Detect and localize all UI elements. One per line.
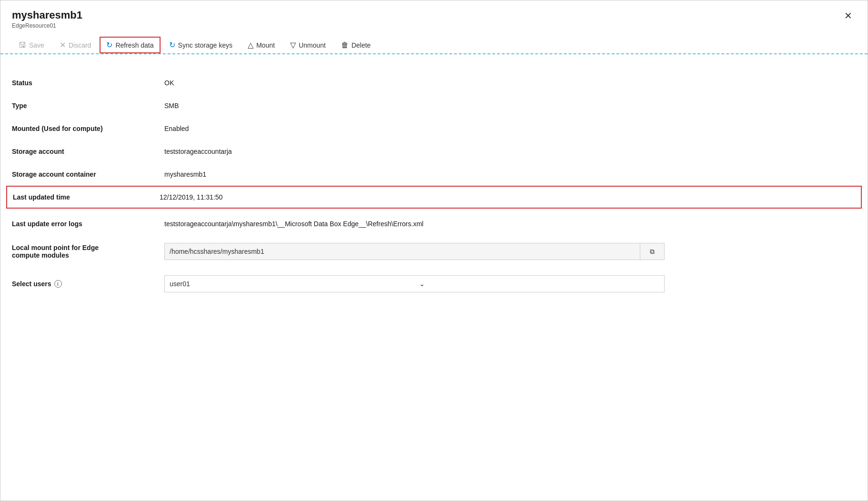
title-block: mysharesmb1 EdgeResource01 <box>12 9 82 29</box>
status-row: Status OK <box>12 71 856 94</box>
error-logs-label: Last update error logs <box>12 220 164 228</box>
storage-container-label: Storage account container <box>12 170 164 178</box>
copy-icon: ⧉ <box>645 248 659 256</box>
title-bar: mysharesmb1 EdgeResource01 ✕ <box>0 0 868 33</box>
select-users-row: Select users i user01 ⌄ <box>12 268 856 300</box>
type-row: Type SMB <box>12 94 856 117</box>
discard-button[interactable]: ✕ Discard <box>53 37 98 53</box>
refresh-icon: ↻ <box>106 40 112 50</box>
save-label: Save <box>29 41 44 49</box>
storage-account-label: Storage account <box>12 148 164 155</box>
mount-point-value: /home/hcsshares/mysharesmb1 <box>165 248 640 255</box>
sync-icon: ↻ <box>169 40 175 50</box>
last-updated-value: 12/12/2019, 11:31:50 <box>160 193 222 201</box>
sync-label: Sync storage keys <box>178 41 232 49</box>
status-label: Status <box>12 79 164 87</box>
main-window: mysharesmb1 EdgeResource01 ✕ 🖫 Save ✕ Di… <box>0 0 868 501</box>
delete-icon: 🗑 <box>341 41 349 50</box>
refresh-label: Refresh data <box>115 41 153 49</box>
save-icon: 🖫 <box>19 41 26 50</box>
select-users-value: user01 <box>165 280 414 288</box>
error-logs-row: Last update error logs teststorageaccoun… <box>12 212 856 235</box>
type-label: Type <box>12 102 164 110</box>
select-users-text: Select users <box>12 280 51 288</box>
last-updated-row: Last updated time 12/12/2019, 11:31:50 <box>6 186 862 209</box>
mount-point-input: /home/hcsshares/mysharesmb1 ⧉ <box>164 243 665 260</box>
mount-icon: △ <box>248 40 253 50</box>
mounted-value: Enabled <box>164 125 189 132</box>
mount-button[interactable]: △ Mount <box>241 37 282 53</box>
mount-point-label: Local mount point for Edgecompute module… <box>12 244 164 259</box>
window-subtitle: EdgeResource01 <box>12 22 82 29</box>
unmount-button[interactable]: ▽ Unmount <box>283 37 333 53</box>
save-button[interactable]: 🖫 Save <box>12 37 51 53</box>
delete-label: Delete <box>352 41 371 49</box>
discard-label: Discard <box>69 41 91 49</box>
error-logs-value: teststorageaccountarja\mysharesmb1\__Mic… <box>164 220 424 228</box>
sync-button[interactable]: ↻ Sync storage keys <box>162 37 239 53</box>
content-area: Status OK Type SMB Mounted (Used for com… <box>0 54 868 311</box>
storage-account-row: Storage account teststorageaccountarja <box>12 140 856 163</box>
mounted-row: Mounted (Used for compute) Enabled <box>12 117 856 140</box>
refresh-button[interactable]: ↻ Refresh data <box>100 37 160 53</box>
type-value: SMB <box>164 102 179 110</box>
storage-container-value: mysharesmb1 <box>164 170 206 178</box>
select-users-label: Select users i <box>12 280 164 288</box>
mounted-label: Mounted (Used for compute) <box>12 125 164 132</box>
toolbar: 🖫 Save ✕ Discard ↻ Refresh data ↻ Sync s… <box>0 33 868 54</box>
info-icon: i <box>54 280 62 288</box>
mount-point-row: Local mount point for Edgecompute module… <box>12 235 856 268</box>
copy-button[interactable]: ⧉ <box>640 243 664 260</box>
delete-button[interactable]: 🗑 Delete <box>334 37 377 53</box>
discard-icon: ✕ <box>60 40 66 50</box>
storage-container-row: Storage account container mysharesmb1 <box>12 163 856 186</box>
last-updated-label: Last updated time <box>13 193 160 201</box>
window-title: mysharesmb1 <box>12 9 82 21</box>
storage-account-value: teststorageaccountarja <box>164 148 232 155</box>
status-value: OK <box>164 79 174 87</box>
chevron-down-icon: ⌄ <box>414 280 664 288</box>
mount-label: Mount <box>256 41 275 49</box>
unmount-icon: ▽ <box>290 40 296 50</box>
close-button[interactable]: ✕ <box>840 9 856 22</box>
select-users-dropdown[interactable]: user01 ⌄ <box>164 275 665 292</box>
unmount-label: Unmount <box>299 41 326 49</box>
